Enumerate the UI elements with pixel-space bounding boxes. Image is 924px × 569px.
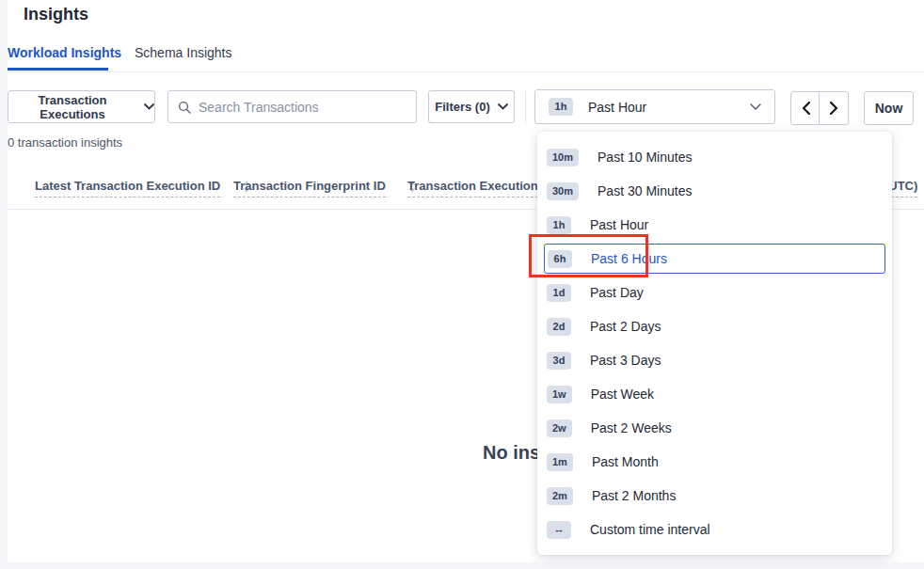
search-input[interactable] xyxy=(199,100,406,115)
time-option-past-2-weeks[interactable]: 2w Past 2 Weeks xyxy=(537,411,892,445)
workload-type-dropdown[interactable]: Transaction Executions xyxy=(8,90,155,123)
page-title: Insights xyxy=(24,5,88,24)
filters-button[interactable]: Filters (0) xyxy=(428,90,515,123)
time-option-past-day[interactable]: 1d Past Day xyxy=(537,276,892,309)
time-range-selector[interactable]: 1h Past Hour xyxy=(534,89,775,124)
now-button[interactable]: Now xyxy=(864,91,914,125)
time-option-past-3-days[interactable]: 3d Past 3 Days xyxy=(537,343,892,377)
search-icon xyxy=(178,101,191,114)
insights-count: 0 transaction insights xyxy=(8,135,122,150)
time-option-past-month[interactable]: 1m Past Month xyxy=(537,445,892,479)
tabs-divider xyxy=(8,71,924,72)
time-range-label: Past Hour xyxy=(588,100,646,115)
time-option-past-week[interactable]: 1w Past Week xyxy=(537,377,892,411)
now-label: Now xyxy=(875,101,903,116)
chevron-down-icon xyxy=(144,103,154,110)
column-header-transaction-fingerprint-id[interactable]: Transaction Fingerprint ID xyxy=(233,179,416,198)
time-option-past-2-months[interactable]: 2m Past 2 Months xyxy=(537,479,892,513)
chevron-down-icon xyxy=(498,103,508,110)
toolbar-divider xyxy=(525,91,526,123)
tab-label: Schema Insights xyxy=(135,45,232,60)
time-option-past-10-minutes[interactable]: 10m Past 10 Minutes xyxy=(537,140,892,174)
column-header-transaction-execution[interactable]: Transaction Execution xyxy=(407,179,538,198)
workload-type-label: Transaction Executions xyxy=(8,93,136,121)
time-option-past-2-days[interactable]: 2d Past 2 Days xyxy=(537,309,892,343)
tab-schema-insights[interactable]: Schema Insights xyxy=(135,45,232,60)
chevron-left-icon xyxy=(802,102,810,115)
filters-label: Filters (0) xyxy=(435,100,490,114)
time-option-past-hour[interactable]: 1h Past Hour xyxy=(537,208,892,242)
chevron-down-icon xyxy=(750,103,761,110)
tab-workload-insights[interactable]: Workload Insights xyxy=(8,45,121,60)
tab-label: Workload Insights xyxy=(8,45,121,60)
time-option-custom-interval[interactable]: -- Custom time interval xyxy=(537,513,892,546)
time-range-dropdown-menu: 10m Past 10 Minutes 30m Past 30 Minutes … xyxy=(537,132,892,555)
time-next-button[interactable] xyxy=(819,91,849,125)
time-option-past-30-minutes[interactable]: 30m Past 30 Minutes xyxy=(537,174,892,208)
search-box[interactable] xyxy=(167,90,417,123)
time-range-badge: 1h xyxy=(549,98,573,116)
content-area: Insights Workload Insights Schema Insigh… xyxy=(8,0,924,562)
chevron-right-icon xyxy=(830,102,838,115)
active-tab-indicator xyxy=(8,68,108,71)
column-header-latest-transaction-execution-id[interactable]: Latest Transaction Execution ID xyxy=(35,179,250,198)
time-prev-button[interactable] xyxy=(790,91,820,125)
time-option-past-6-hours[interactable]: 6h Past 6 Hours xyxy=(544,244,885,274)
